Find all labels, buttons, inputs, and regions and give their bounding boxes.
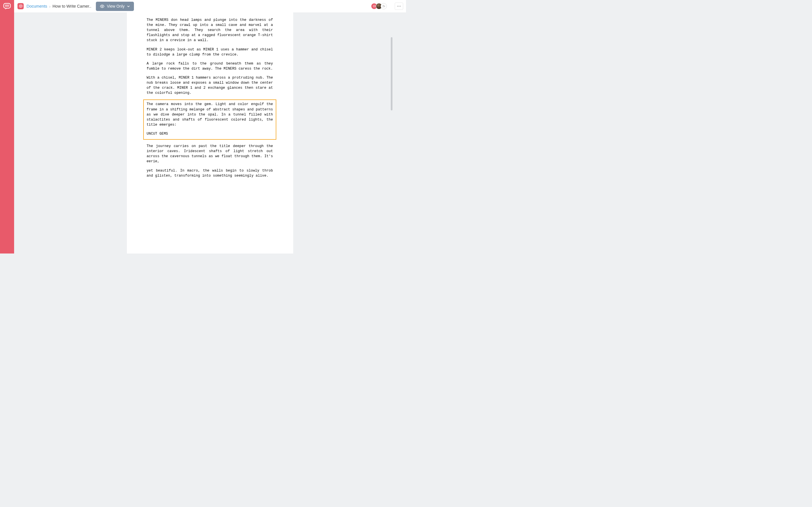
breadcrumb-current: How to Write Camer.. — [52, 4, 91, 8]
svg-rect-7 — [373, 5, 375, 7]
script-paragraph: The journey carries on past the title de… — [147, 144, 273, 164]
script-paragraph: A large rock falls to the ground beneath… — [147, 61, 273, 71]
script-title: UNCUT GEMS — [147, 131, 273, 136]
breadcrumb: Documents › How to Write Camer.. — [27, 4, 91, 9]
view-mode-button[interactable]: View Only — [96, 2, 134, 11]
app-sidebar — [0, 0, 14, 253]
script-paragraph: The MINERS don head lamps and plunge int… — [147, 17, 273, 43]
svg-point-15 — [400, 6, 401, 6]
add-collaborator-icon[interactable] — [380, 3, 387, 9]
scrollbar[interactable] — [391, 37, 393, 110]
collaborator-avatars[interactable] — [371, 3, 387, 9]
chevron-down-icon — [127, 5, 130, 8]
document-icon[interactable] — [17, 3, 24, 9]
script-paragraph: With a chisel, MINER 1 hammers across a … — [147, 75, 273, 96]
view-mode-label: View Only — [107, 4, 124, 8]
highlighted-block: The camera moves into the gem. Light and… — [143, 100, 276, 140]
svg-point-10 — [383, 5, 384, 6]
document-page: The MINERS don head lamps and plunge int… — [127, 12, 293, 253]
svg-point-6 — [101, 6, 103, 7]
svg-rect-0 — [4, 3, 10, 8]
script-paragraph: yet beautiful. In macro, the walls begin… — [147, 168, 273, 178]
dots-horizontal-icon — [397, 6, 401, 7]
svg-point-13 — [397, 6, 398, 6]
breadcrumb-root-link[interactable]: Documents — [27, 4, 47, 8]
eye-icon — [100, 4, 105, 9]
chevron-right-icon: › — [49, 4, 50, 9]
app-logo-icon[interactable] — [1, 2, 13, 11]
svg-point-14 — [399, 6, 399, 6]
svg-rect-3 — [19, 5, 22, 7]
more-menu-button[interactable] — [395, 3, 403, 10]
script-paragraph: MINER 2 keeps look-out as MINER 1 uses a… — [147, 47, 273, 57]
topbar: Documents › How to Write Camer.. View On… — [14, 0, 406, 12]
script-paragraph: The camera moves into the gem. Light and… — [147, 102, 273, 127]
